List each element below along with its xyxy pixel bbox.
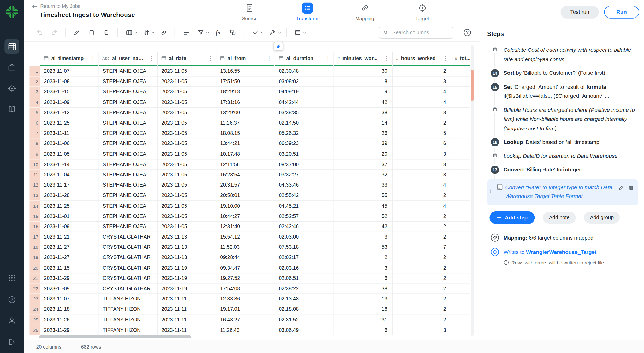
table-cell[interactable]: 13:29:00 [216, 108, 275, 118]
table-cell[interactable]: 13:44:21 [216, 139, 275, 149]
table-cell[interactable]: 04:45:21 [275, 201, 334, 211]
table-cell[interactable]: 4 [393, 87, 451, 97]
table-cell[interactable]: 2023-11-05 [158, 87, 216, 97]
table-cell[interactable]: 2023-11-07 [40, 294, 99, 304]
table-cell[interactable]: 2023-11-21 [40, 232, 99, 242]
table-cell[interactable]: 38 [334, 283, 393, 294]
table-cell[interactable]: 2023-11-27 [40, 253, 99, 263]
sidebar-item-jobs[interactable] [8, 63, 16, 71]
table-cell[interactable] [451, 97, 470, 108]
sidebar-item-help[interactable]: ? [8, 296, 16, 304]
table-cell[interactable]: 39 [334, 139, 393, 149]
row-number[interactable]: 7 [29, 128, 40, 139]
table-cell[interactable]: 2023-11-04 [40, 170, 99, 180]
table-cell[interactable]: 2023-11-09 [40, 283, 99, 294]
table-cell[interactable] [451, 149, 470, 159]
table-cell[interactable]: 2023-11-09 [40, 222, 99, 232]
test-run-button[interactable]: Test run [561, 6, 599, 19]
table-cell[interactable]: 32 [334, 170, 393, 180]
table-cell[interactable]: 7 [393, 242, 451, 253]
table-cell[interactable]: 02:02:17 [275, 253, 334, 263]
nav-step-target[interactable]: Target [403, 2, 441, 21]
column-menu-icon[interactable]: ⋮ [265, 55, 273, 61]
table-cell[interactable]: 11:26:37 [216, 118, 275, 128]
step-item-17[interactable]: 17Convert 'Billing Rate' to integer [486, 165, 638, 174]
table-cell[interactable]: 11:26:43 [216, 325, 275, 335]
note-item[interactable]: Calculate Cost of each activity with res… [486, 46, 638, 64]
chevron-down-icon[interactable] [277, 30, 282, 35]
table-cell[interactable]: 03:06:49 [275, 325, 334, 335]
table-cell[interactable]: STEPHANIE OJEA [99, 128, 158, 139]
table-cell[interactable]: STEPHANIE OJEA [99, 97, 158, 108]
table-cell[interactable]: 02:42:46 [275, 222, 334, 232]
return-to-jobs-link[interactable]: Return to My Jobs [32, 3, 135, 9]
table-cell[interactable]: 2023-11-15 [40, 263, 99, 273]
chevron-down-icon[interactable] [151, 30, 155, 35]
table-cell[interactable]: STEPHANIE OJEA [99, 149, 158, 159]
vertical-scrollbar[interactable] [471, 45, 474, 336]
table-cell[interactable]: 04:42:44 [275, 97, 334, 108]
note-item[interactable]: Lookup DateID for insertion to Date Ware… [486, 152, 638, 161]
table-cell[interactable]: 3 [334, 263, 393, 273]
sidebar-item-wrangle-grid[interactable] [4, 39, 19, 54]
note-item[interactable]: Billable Hours are charged to client (Po… [486, 106, 638, 133]
table-cell[interactable]: 2023-11-14 [40, 159, 99, 170]
table-cell[interactable]: 02:38:22 [275, 283, 334, 294]
table-cell[interactable]: 02:30:48 [275, 66, 334, 77]
table-cell[interactable]: 2 [393, 232, 451, 242]
table-cell[interactable] [451, 139, 470, 149]
table-cell[interactable]: 2023-11-05 [158, 108, 216, 118]
delete-button[interactable] [100, 26, 113, 39]
chevron-down-icon[interactable] [302, 30, 307, 35]
table-cell[interactable] [451, 294, 470, 304]
table-cell[interactable]: 2023-11-25 [40, 118, 99, 128]
table-cell[interactable]: 6 [334, 273, 393, 284]
table-cell[interactable]: TIFFANY HIZON [99, 325, 158, 335]
table-cell[interactable]: 2023-11-13 [158, 253, 216, 263]
table-cell[interactable] [451, 87, 470, 97]
row-number[interactable]: 24 [29, 304, 40, 315]
table-cell[interactable]: TIFFANY HIZON [99, 294, 158, 304]
table-cell[interactable] [451, 253, 470, 263]
table-cell[interactable]: 2 [393, 294, 451, 304]
table-cell[interactable]: 26 [334, 128, 393, 139]
table-cell[interactable]: CRYSTAL GLATHAR [99, 232, 158, 242]
table-cell[interactable]: 2023-11-13 [158, 242, 216, 253]
table-cell[interactable]: 2023-11-11 [158, 304, 216, 315]
table-cell[interactable]: 2023-11-19 [158, 273, 216, 284]
table-cell[interactable]: 42 [334, 222, 393, 232]
table-cell[interactable]: 2 [393, 283, 451, 294]
table-cell[interactable]: 30 [334, 66, 393, 77]
table-cell[interactable] [451, 201, 470, 211]
find-replace-button[interactable] [227, 26, 239, 39]
column-menu-icon[interactable]: ⋮ [148, 55, 156, 61]
table-cell[interactable] [451, 242, 470, 253]
drag-handle-icon[interactable] [487, 183, 494, 194]
table-cell[interactable]: 02:03:00 [275, 232, 334, 242]
column-menu-icon[interactable]: ⋮ [89, 55, 97, 61]
table-cell[interactable]: 18:08:15 [216, 128, 275, 139]
row-number[interactable]: 18 [29, 242, 40, 253]
table-cell[interactable]: 02:52:57 [275, 211, 334, 222]
table-cell[interactable] [451, 118, 470, 128]
table-cell[interactable]: CRYSTAL GLATHAR [99, 253, 158, 263]
table-cell[interactable]: 03:32:27 [275, 170, 334, 180]
row-number[interactable]: 6 [29, 118, 40, 128]
table-cell[interactable]: 2 [393, 273, 451, 284]
undo-button[interactable] [33, 26, 45, 39]
column-header-al_timestamp[interactable]: al_timestamp⋮ [40, 52, 99, 66]
table-cell[interactable]: 2023-11-25 [40, 201, 99, 211]
table-cell[interactable]: STEPHANIE OJEA [99, 211, 158, 222]
table-cell[interactable]: 8 [334, 77, 393, 87]
table-cell[interactable] [451, 232, 470, 242]
table-cell[interactable]: CRYSTAL GLATHAR [99, 273, 158, 284]
table-cell[interactable] [451, 304, 470, 315]
table-cell[interactable]: 2023-11-05 [158, 128, 216, 139]
table-cell[interactable]: 02:03:16 [275, 263, 334, 273]
add-group-button[interactable]: Add group [584, 211, 620, 223]
table-cell[interactable]: 2023-11-05 [158, 222, 216, 232]
table-cell[interactable]: 06:39:23 [275, 139, 334, 149]
edit-step-button[interactable] [616, 183, 626, 193]
row-number[interactable]: 16 [29, 222, 40, 232]
table-cell[interactable] [451, 170, 470, 180]
